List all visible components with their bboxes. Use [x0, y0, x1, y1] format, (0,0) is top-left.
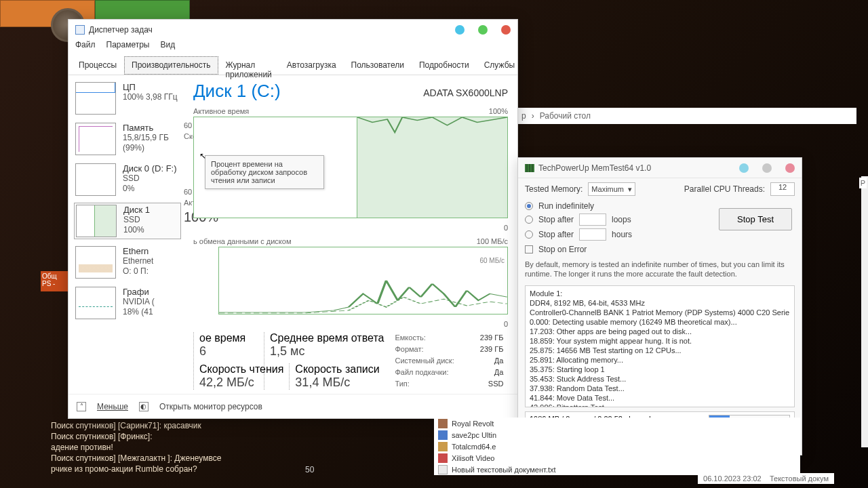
chart-transfer: 60 МБ/с	[218, 247, 508, 314]
radio-run-indefinitely[interactable]	[525, 202, 533, 210]
cursor-icon: ↖	[199, 151, 206, 161]
hours-input[interactable]	[579, 228, 606, 241]
sidebar-item-memory[interactable]: Память15,8/15,9 ГБ (99%)	[74, 121, 181, 157]
tab-processes[interactable]: Процессы	[71, 56, 124, 75]
sidebar-item-cpu[interactable]: ЦП100% 3,98 ГГц	[74, 81, 181, 116]
explorer-file-list: Royal Revolt save2pc Ultin Totalcmd64.e …	[434, 418, 800, 475]
menu-file[interactable]: Файл	[75, 40, 96, 56]
collapse-icon[interactable]: ˄	[77, 402, 86, 411]
stat-read-speed: Скорость чтения 42,2 МБ/с	[193, 363, 283, 390]
chart-active-time: ↖ Процент времени на обработку диском за…	[193, 117, 508, 218]
game-chat: Поиск спутников] [Саринк71]: красавчик П…	[51, 420, 390, 474]
scrollbar[interactable]	[861, 176, 868, 447]
mt-minimize-button[interactable]	[739, 163, 749, 173]
menu-bar: Файл Параметры Вид	[68, 40, 517, 56]
stat-write-speed: Скорость записи 31,4 МБ/с	[289, 363, 379, 390]
memtest-note: By default, memory is tested an indefini…	[518, 258, 802, 283]
tested-memory-label: Tested Memory:	[525, 184, 583, 194]
task-manager-window: Диспетчер задач Файл Параметры Вид Проце…	[68, 19, 518, 419]
file-row[interactable]: Xilisoft Video	[434, 452, 800, 464]
loops-input[interactable]	[579, 214, 606, 226]
threads-label: Parallel CPU Threads:	[684, 184, 765, 194]
file-icon	[438, 465, 448, 474]
file-row[interactable]: Totalcmd64.e	[434, 441, 800, 452]
window-title: Диспетчер задач	[89, 25, 153, 35]
tab-users[interactable]: Пользователи	[344, 56, 412, 75]
chart-tooltip: Процент времени на обработку диском запр…	[205, 155, 324, 189]
hud-number: 50	[305, 465, 314, 474]
disk-properties: Емкость:239 ГБ Формат:239 ГБ Системный д…	[395, 332, 503, 390]
disk-model: ADATA SX6000LNP	[423, 87, 508, 98]
taskmgr-icon	[75, 25, 85, 35]
tested-memory-select[interactable]: Maximum▾	[588, 182, 635, 196]
perf-main: ADATA SX6000LNP Диск 1 (C:) Активное вре…	[184, 75, 517, 394]
right-label: Р	[859, 178, 867, 188]
stop-test-button[interactable]: Stop Test	[719, 208, 792, 230]
memtest-title: TechPowerUp MemTest64 v1.0	[538, 163, 651, 173]
perf-sidebar: ЦП100% 3,98 ГГц Память15,8/15,9 ГБ (99%)…	[68, 75, 184, 394]
file-row[interactable]: Royal Revolt	[434, 418, 800, 429]
radio-stop-hours[interactable]	[525, 230, 533, 239]
file-icon	[438, 453, 448, 463]
game-side-tag: ОбщPS -	[41, 271, 68, 291]
menu-view[interactable]: Вид	[160, 40, 175, 56]
file-icon	[438, 419, 448, 428]
radio-stop-loops[interactable]	[525, 216, 533, 224]
mt-close-button[interactable]	[785, 163, 795, 173]
threads-input[interactable]: 12	[770, 182, 795, 196]
checkbox-stop-on-error[interactable]	[525, 245, 533, 253]
mt-maximize-button[interactable]	[762, 163, 772, 173]
fewer-details-link[interactable]: Меньше	[97, 402, 128, 411]
tab-details[interactable]: Подробности	[412, 56, 477, 75]
maximize-button[interactable]	[478, 25, 488, 35]
file-timestamp: 06.10.2023 23:02 Текстовый докум	[698, 473, 834, 484]
explorer-breadcrumb[interactable]: р›Рабочий стол	[517, 108, 856, 124]
menu-options[interactable]: Параметры	[106, 40, 150, 56]
file-icon	[438, 442, 448, 451]
memtest-console[interactable]: Module 1: DDR4, 8192 MB, 64-bit, 4533 MH…	[525, 285, 795, 407]
sidebar-item-gpu[interactable]: ГрафиNVIDIA (18% (41	[74, 285, 181, 321]
tab-services[interactable]: Службы	[477, 56, 522, 75]
file-row[interactable]: save2pc Ultin	[434, 429, 800, 441]
sidebar-item-disk1[interactable]: Диск 1SSD100%	[74, 203, 181, 239]
memtest-logo-icon	[525, 164, 534, 172]
tab-bar: Процессы Производительность Журнал прило…	[68, 56, 517, 75]
sidebar-item-ethernet[interactable]: EthernEthernetО: 0 П:	[74, 245, 181, 280]
tab-startup[interactable]: Автозагрузка	[279, 56, 344, 75]
memtest-window: TechPowerUp MemTest64 v1.0 Tested Memory…	[517, 157, 802, 455]
sidebar-item-disk0[interactable]: Диск 0 (D: F:)SSD0%	[74, 162, 181, 197]
file-icon	[438, 430, 448, 440]
close-button[interactable]	[501, 25, 511, 35]
minimize-button[interactable]	[455, 25, 465, 35]
resmon-icon[interactable]: ◐	[139, 402, 149, 411]
